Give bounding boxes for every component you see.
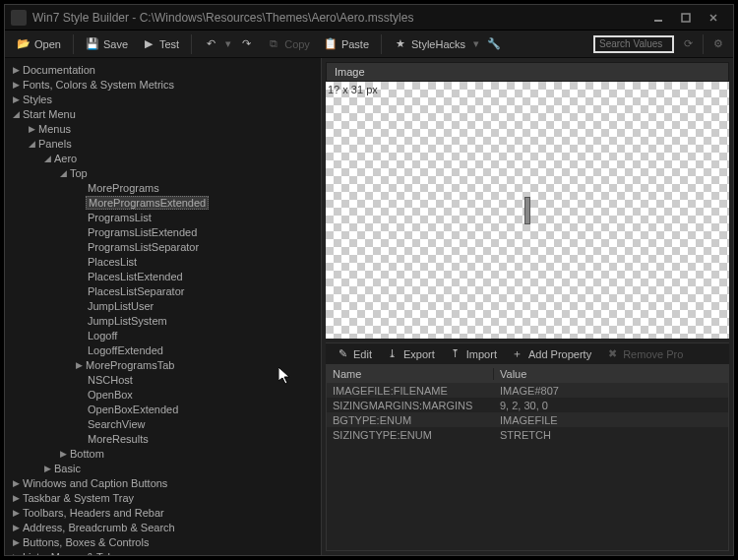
- plus-icon: ＋: [511, 347, 524, 361]
- tree-node-menus[interactable]: ▶Menus: [5, 121, 321, 136]
- main-toolbar: 📂Open 💾Save ▶Test ↶ ▾ ↷ ⧉Copy 📋Paste ★St…: [5, 31, 733, 58]
- tree-item-jumplistuser[interactable]: JumpListUser: [5, 298, 321, 313]
- properties-toolbar: ✎Edit ⤓Export ⤒Import ＋Add Property ✖Rem…: [326, 342, 729, 364]
- image-panel-header: Image: [326, 62, 729, 82]
- save-button[interactable]: 💾Save: [80, 34, 134, 54]
- folder-icon: 📂: [17, 37, 31, 51]
- tree-item-placeslist[interactable]: PlacesList: [5, 254, 321, 269]
- search-input[interactable]: [593, 35, 674, 53]
- main-body: ▶Documentation ▶Fonts, Colors & System M…: [5, 58, 733, 555]
- export-button[interactable]: ⤓Export: [380, 344, 441, 364]
- remove-property-button[interactable]: ✖Remove Pro: [599, 344, 689, 364]
- svg-rect-0: [654, 20, 662, 22]
- tree-item-moreprograms[interactable]: MorePrograms: [5, 180, 321, 195]
- tree-item-logoff[interactable]: Logoff: [5, 328, 321, 342]
- play-icon: ▶: [142, 37, 155, 51]
- window-title: Win7 Style Builder - C:\Windows\Resource…: [32, 11, 645, 25]
- tree-node-start-menu[interactable]: ◢Start Menu: [5, 106, 321, 121]
- undo-icon: ↶: [204, 37, 217, 51]
- navigation-tree[interactable]: ▶Documentation ▶Fonts, Colors & System M…: [5, 58, 322, 555]
- maximize-button[interactable]: [672, 9, 700, 27]
- app-icon: [11, 10, 27, 26]
- prop-name: BGTYPE:ENUM: [327, 414, 494, 426]
- copy-button[interactable]: ⧉Copy: [261, 34, 316, 54]
- open-button[interactable]: 📂Open: [11, 34, 67, 54]
- paste-button[interactable]: 📋Paste: [318, 34, 375, 54]
- titlebar[interactable]: Win7 Style Builder - C:\Windows\Resource…: [5, 5, 733, 31]
- tree-item-moreprogramstab[interactable]: ▶MoreProgramsTab: [5, 357, 321, 372]
- property-row[interactable]: IMAGEFILE:FILENAMEIMAGE#807: [327, 383, 728, 398]
- tree-item-logoffextended[interactable]: LogoffExtended: [5, 342, 321, 357]
- image-sample: [524, 197, 530, 224]
- tree-item-openbox[interactable]: OpenBox: [5, 387, 321, 402]
- prop-value: 9, 2, 30, 0: [494, 400, 728, 411]
- property-row[interactable]: SIZINGTYPE:ENUMSTRETCH: [327, 427, 728, 442]
- prop-value: IMAGEFILE: [494, 414, 728, 426]
- tree-node-basic[interactable]: ▶Basic: [5, 461, 321, 475]
- tree-item-searchview[interactable]: SearchView: [5, 416, 321, 431]
- properties-table[interactable]: Name Value IMAGEFILE:FILENAMEIMAGE#807SI…: [326, 364, 729, 551]
- tree-node-aero[interactable]: ◢Aero: [5, 151, 321, 165]
- prop-name: IMAGEFILE:FILENAME: [327, 385, 494, 397]
- tree-node-documentation[interactable]: ▶Documentation: [5, 62, 321, 77]
- property-row[interactable]: SIZINGMARGINS:MARGINS9, 2, 30, 0: [327, 398, 728, 412]
- col-value: Value: [494, 368, 728, 380]
- tree-node-top[interactable]: ◢Top: [5, 165, 321, 180]
- stylehacks-button[interactable]: ★StyleHacks: [388, 34, 471, 54]
- edit-button[interactable]: ✎Edit: [330, 344, 378, 364]
- prop-value: IMAGE#807: [494, 385, 728, 397]
- undo-button[interactable]: ↶: [198, 34, 223, 54]
- tree-node-bottom[interactable]: ▶Bottom: [5, 446, 321, 461]
- right-panel: Image 1? x 31 px ✎Edit ⤓Export ⤒Import ＋…: [322, 58, 733, 555]
- tree-item-programslist[interactable]: ProgramsList: [5, 210, 321, 224]
- tree-item-programslistseparator[interactable]: ProgramsListSeparator: [5, 239, 321, 254]
- app-window: Win7 Style Builder - C:\Windows\Resource…: [4, 4, 734, 556]
- star-icon: ★: [394, 37, 407, 51]
- prop-name: SIZINGMARGINS:MARGINS: [327, 400, 494, 411]
- copy-icon: ⧉: [267, 37, 280, 51]
- properties-header[interactable]: Name Value: [327, 365, 728, 383]
- test-button[interactable]: ▶Test: [136, 34, 185, 54]
- tree-item-moreprogramsextended[interactable]: MoreProgramsExtended: [5, 195, 321, 210]
- x-icon: ✖: [605, 347, 619, 361]
- tree-node-address[interactable]: ▶Address, Breadcrumb & Search: [5, 520, 321, 534]
- tree-item-placeslistseparator[interactable]: PlacesListSeparator: [5, 283, 321, 298]
- settings-button[interactable]: ⚙: [709, 37, 727, 50]
- image-preview[interactable]: 1? x 31 px: [326, 82, 729, 339]
- redo-button[interactable]: ↷: [233, 34, 259, 54]
- tree-node-buttons[interactable]: ▶Buttons, Boxes & Controls: [5, 534, 321, 549]
- tree-item-jumplistsystem[interactable]: JumpListSystem: [5, 313, 321, 328]
- tree-item-openboxextended[interactable]: OpenBoxExtended: [5, 402, 321, 416]
- tree-item-nschost[interactable]: NSCHost: [5, 372, 321, 387]
- export-icon: ⤓: [386, 347, 400, 361]
- col-name: Name: [327, 368, 494, 380]
- add-property-button[interactable]: ＋Add Property: [505, 344, 597, 364]
- tree-item-programslistextended[interactable]: ProgramsListExtended: [5, 224, 321, 239]
- wrench-icon: 🔧: [487, 37, 501, 51]
- pencil-icon: ✎: [336, 347, 349, 361]
- import-icon: ⤒: [449, 347, 462, 361]
- wrench-button[interactable]: 🔧: [481, 34, 507, 54]
- paste-icon: 📋: [324, 37, 338, 51]
- import-button[interactable]: ⤒Import: [443, 344, 503, 364]
- disk-icon: 💾: [86, 37, 99, 51]
- tree-node-styles[interactable]: ▶Styles: [5, 92, 321, 106]
- tree-node-lists[interactable]: ▶Lists, Menus & Tabs: [5, 549, 321, 555]
- close-button[interactable]: [700, 9, 727, 27]
- image-dimensions: 1? x 31 px: [328, 84, 378, 95]
- search-go-button[interactable]: ⟳: [680, 37, 697, 50]
- tree-item-placeslistextended[interactable]: PlacesListExtended: [5, 269, 321, 283]
- tree-node-windows-caption[interactable]: ▶Windows and Caption Buttons: [5, 475, 321, 490]
- tree-item-moreresults[interactable]: MoreResults: [5, 431, 321, 446]
- property-row[interactable]: BGTYPE:ENUMIMAGEFILE: [327, 412, 728, 427]
- svg-rect-1: [682, 14, 690, 22]
- redo-icon: ↷: [239, 37, 253, 51]
- tree-node-toolbars[interactable]: ▶Toolbars, Headers and Rebar: [5, 505, 321, 520]
- prop-value: STRETCH: [494, 429, 728, 441]
- tree-node-panels[interactable]: ◢Panels: [5, 136, 321, 151]
- prop-name: SIZINGTYPE:ENUM: [327, 429, 494, 441]
- tree-node-fonts[interactable]: ▶Fonts, Colors & System Metrics: [5, 77, 321, 92]
- tree-node-taskbar[interactable]: ▶Taskbar & System Tray: [5, 490, 321, 505]
- minimize-button[interactable]: [645, 9, 672, 27]
